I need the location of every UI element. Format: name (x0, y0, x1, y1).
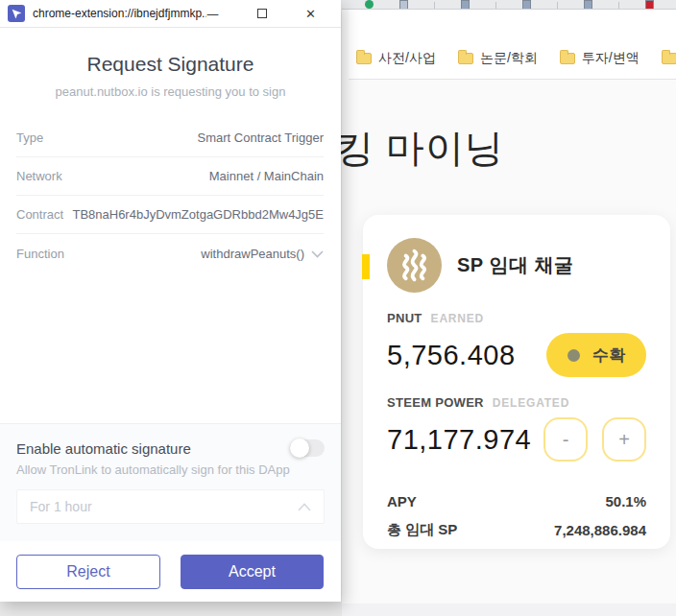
card-stats: APY 50.1% 총 임대 SP 7,248,886.984 (387, 486, 646, 544)
page-title: 킹 마이닝 (335, 122, 504, 175)
tab-separator (434, 2, 435, 9)
screen: 사전/사업 논문/학회 투자/변액 직구 킹 마이닝 (0, 0, 676, 616)
folder-icon (458, 53, 473, 64)
page-footer (342, 604, 676, 616)
accept-button[interactable]: Accept (181, 555, 324, 589)
delegated-value: 71,177.974 (387, 424, 531, 456)
tab-separator (557, 2, 558, 9)
request-signature-title: Request Signature (0, 53, 341, 76)
toggle-knob (290, 438, 309, 458)
function-value-text: withdrawPeanuts() (201, 247, 304, 261)
auto-signature-toggle[interactable] (290, 439, 325, 457)
chevron-up-icon (298, 498, 311, 515)
auto-signature-row: Enable automatic signature (16, 439, 325, 457)
network-row: Network Mainnet / MainChain (16, 157, 324, 196)
type-label: Type (16, 130, 43, 145)
chevron-down-icon[interactable] (311, 247, 324, 261)
reject-button[interactable]: Reject (16, 555, 160, 589)
function-label: Function (16, 247, 64, 261)
steem-logo-icon (387, 238, 442, 293)
card-title: SP 임대 채굴 (457, 252, 573, 278)
card-header: SP 임대 채굴 (387, 238, 646, 293)
total-sp-row: 총 임대 SP 7,248,886.984 (387, 515, 646, 544)
popup-actions: Reject Accept (0, 541, 341, 602)
harvest-button[interactable]: 수확 (546, 333, 646, 377)
window-controls: — ✕ (206, 8, 329, 20)
folder-icon (662, 53, 676, 64)
duration-select[interactable]: For 1 hour (16, 489, 325, 524)
harvest-button-label: 수확 (592, 344, 625, 367)
folder-icon (356, 53, 372, 64)
minimize-button[interactable]: — (206, 8, 219, 20)
network-value: Mainnet / MainChain (209, 169, 324, 183)
bookmark-label: 사전/사업 (378, 50, 436, 67)
window-title: chrome-extension://ibnejdfjmmkp... (33, 7, 206, 20)
delegated-value-row: 71,177.974 - + (387, 417, 646, 462)
bookmark-label: 투자/변액 (582, 50, 640, 67)
tronlink-popup-window: chrome-extension://ibnejdfjmmkp... — ✕ R… (0, 0, 341, 602)
card-accent-bar (362, 254, 370, 279)
auto-signature-description: Allow TronLink to automatically sign for… (16, 462, 325, 477)
earned-label-row: PNUT EARNED (387, 311, 646, 325)
folder-icon (560, 53, 575, 64)
contract-label: Contract (16, 207, 63, 222)
mining-card: SP 임대 채굴 PNUT EARNED 5,756.408 수확 STEEM … (363, 215, 670, 549)
close-button[interactable]: ✕ (305, 8, 316, 20)
tab-favicon[interactable] (461, 0, 470, 9)
earned-sublabel: EARNED (431, 312, 484, 325)
browser-page: 사전/사업 논문/학회 투자/변액 직구 킹 마이닝 (342, 0, 676, 616)
tronlink-icon (8, 5, 25, 22)
loading-dot-icon (567, 349, 580, 362)
earned-value: 5,756.408 (387, 340, 516, 371)
maximize-button[interactable] (257, 9, 267, 18)
bookmark-folder[interactable]: 투자/변액 (556, 48, 643, 69)
earned-value-row: 5,756.408 수확 (387, 333, 646, 377)
decrease-delegation-button[interactable]: - (543, 417, 588, 462)
function-row: Function withdrawPeanuts() (16, 234, 324, 272)
total-sp-label: 총 임대 SP (387, 521, 457, 539)
tab-favicon[interactable] (365, 0, 374, 9)
delegated-sublabel: DELEGATED (493, 396, 569, 410)
apy-value: 50.1% (605, 493, 646, 509)
tab-strip[interactable] (342, 0, 676, 10)
popup-titlebar: chrome-extension://ibnejdfjmmkp... — ✕ (0, 0, 341, 28)
delegated-label: STEEM POWER (387, 395, 484, 410)
apy-row: APY 50.1% (387, 486, 646, 515)
tab-favicon[interactable] (645, 0, 654, 9)
bookmark-folder[interactable]: 논문/학회 (454, 48, 542, 69)
apy-label: APY (387, 493, 417, 509)
function-value: withdrawPeanuts() (201, 247, 324, 261)
delegated-label-row: STEEM POWER DELEGATED (387, 395, 646, 410)
request-origin-subtitle: peanut.nutbox.io is requesting you to si… (0, 84, 341, 99)
type-value: Smart Contract Trigger (198, 130, 325, 145)
network-label: Network (16, 169, 62, 183)
popup-header: Request Signature peanut.nutbox.io is re… (0, 53, 341, 99)
tab-favicon[interactable] (399, 0, 408, 9)
bookmark-folder[interactable]: 사전/사업 (352, 48, 440, 69)
tab-separator (495, 2, 496, 9)
request-details: Type Smart Contract Trigger Network Main… (16, 119, 324, 272)
earned-label: PNUT (387, 311, 422, 325)
bookmarks-bar: 사전/사업 논문/학회 투자/변액 직구 (349, 10, 676, 80)
type-row: Type Smart Contract Trigger (16, 119, 324, 157)
tab-separator (618, 2, 619, 9)
auto-signature-title: Enable automatic signature (16, 440, 191, 457)
tab-favicon[interactable] (522, 0, 531, 9)
bookmark-label: 논문/학회 (480, 50, 538, 67)
tab-favicon[interactable] (584, 0, 592, 9)
duration-selected-value: For 1 hour (30, 499, 92, 514)
total-sp-value: 7,248,886.984 (554, 522, 646, 538)
contract-row: Contract TB8naH6r4bJyDvmZotgaGDRbbd2Mw4J… (16, 196, 324, 234)
delegation-steppers: - + (543, 417, 646, 462)
auto-signature-section: Enable automatic signature Allow TronLin… (0, 423, 341, 541)
bookmark-folder[interactable]: 직구 (658, 48, 676, 69)
contract-value: TB8naH6r4bJyDvmZotgaGDRbbd2Mw4Jg5E (72, 207, 324, 222)
increase-delegation-button[interactable]: + (602, 417, 646, 462)
